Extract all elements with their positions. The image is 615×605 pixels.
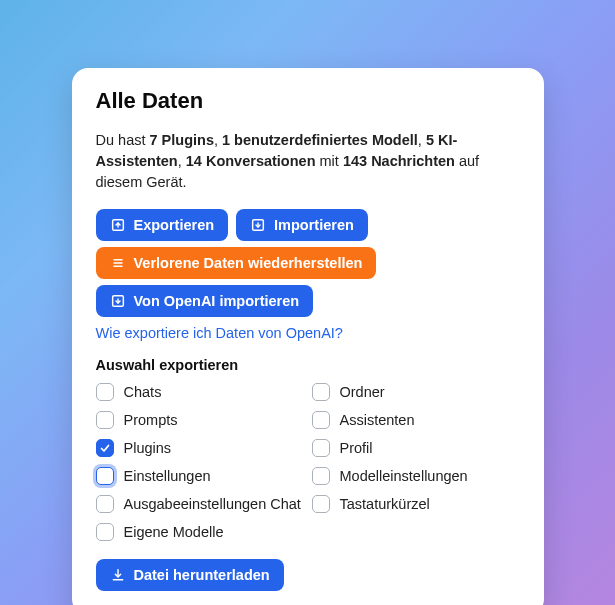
- openai-help-link[interactable]: Wie exportiere ich Daten von OpenAI?: [96, 325, 343, 341]
- check-settings[interactable]: Einstellungen: [96, 467, 304, 485]
- check-prompts[interactable]: Prompts: [96, 411, 304, 429]
- check-own-models[interactable]: Eigene Modelle: [96, 523, 304, 541]
- summary-text: Du hast 7 Plugins, 1 benutzerdefiniertes…: [96, 130, 520, 193]
- check-label: Tastaturkürzel: [340, 496, 430, 512]
- check-label: Ordner: [340, 384, 385, 400]
- checkbox[interactable]: [96, 495, 114, 513]
- summary-sep3: ,: [178, 153, 186, 169]
- check-folders[interactable]: Ordner: [312, 383, 520, 401]
- import-openai-icon: [110, 293, 126, 309]
- checkbox[interactable]: [96, 523, 114, 541]
- download-icon: [110, 567, 126, 583]
- checkbox[interactable]: [96, 467, 114, 485]
- check-label: Eigene Modelle: [124, 524, 224, 540]
- import-button-label: Importieren: [274, 217, 354, 233]
- checkbox[interactable]: [96, 439, 114, 457]
- check-label: Chats: [124, 384, 162, 400]
- checkbox[interactable]: [96, 383, 114, 401]
- check-label: Prompts: [124, 412, 178, 428]
- openai-import-label: Von OpenAI importieren: [134, 293, 300, 309]
- summary-messages: 143 Nachrichten: [343, 153, 455, 169]
- download-button[interactable]: Datei herunterladen: [96, 559, 284, 591]
- check-label: Assistenten: [340, 412, 415, 428]
- button-row-2: Verlorene Daten wiederherstellen: [96, 247, 520, 279]
- check-profile[interactable]: Profil: [312, 439, 520, 457]
- checkbox[interactable]: [312, 411, 330, 429]
- check-label: Plugins: [124, 440, 172, 456]
- check-assistants[interactable]: Assistenten: [312, 411, 520, 429]
- selection-label: Auswahl exportieren: [96, 357, 520, 373]
- recover-button-label: Verlorene Daten wiederherstellen: [134, 255, 363, 271]
- checkbox[interactable]: [312, 439, 330, 457]
- import-icon: [250, 217, 266, 233]
- export-checklist: Chats Ordner Prompts Assistenten Plugins…: [96, 383, 520, 541]
- summary-models: 1 benutzerdefiniertes Modell: [222, 132, 418, 148]
- summary-pre: Du hast: [96, 132, 150, 148]
- summary-conversations: 14 Konversationen: [186, 153, 316, 169]
- check-label: Einstellungen: [124, 468, 211, 484]
- export-icon: [110, 217, 126, 233]
- export-button[interactable]: Exportieren: [96, 209, 229, 241]
- import-button[interactable]: Importieren: [236, 209, 368, 241]
- export-card: Alle Daten Du hast 7 Plugins, 1 benutzer…: [72, 68, 544, 605]
- checkbox[interactable]: [312, 383, 330, 401]
- checkbox[interactable]: [96, 411, 114, 429]
- openai-import-button[interactable]: Von OpenAI importieren: [96, 285, 314, 317]
- summary-mit: mit: [316, 153, 343, 169]
- button-row-3: Von OpenAI importieren Wie exportiere ic…: [96, 285, 520, 341]
- check-label: Modelleinstellungen: [340, 468, 468, 484]
- check-chats[interactable]: Chats: [96, 383, 304, 401]
- summary-sep2: ,: [418, 132, 426, 148]
- button-row-1: Exportieren Importieren: [96, 209, 520, 241]
- check-output-settings[interactable]: Ausgabeeinstellungen Chat: [96, 495, 304, 513]
- card-title: Alle Daten: [96, 88, 520, 114]
- checkbox[interactable]: [312, 495, 330, 513]
- check-plugins[interactable]: Plugins: [96, 439, 304, 457]
- list-icon: [110, 255, 126, 271]
- summary-sep1: ,: [214, 132, 222, 148]
- download-button-label: Datei herunterladen: [134, 567, 270, 583]
- summary-plugins: 7 Plugins: [150, 132, 214, 148]
- check-label: Profil: [340, 440, 373, 456]
- check-model-settings[interactable]: Modelleinstellungen: [312, 467, 520, 485]
- check-label: Ausgabeeinstellungen Chat: [124, 496, 301, 512]
- export-button-label: Exportieren: [134, 217, 215, 233]
- check-shortcuts[interactable]: Tastaturkürzel: [312, 495, 520, 513]
- recover-button[interactable]: Verlorene Daten wiederherstellen: [96, 247, 377, 279]
- checkbox[interactable]: [312, 467, 330, 485]
